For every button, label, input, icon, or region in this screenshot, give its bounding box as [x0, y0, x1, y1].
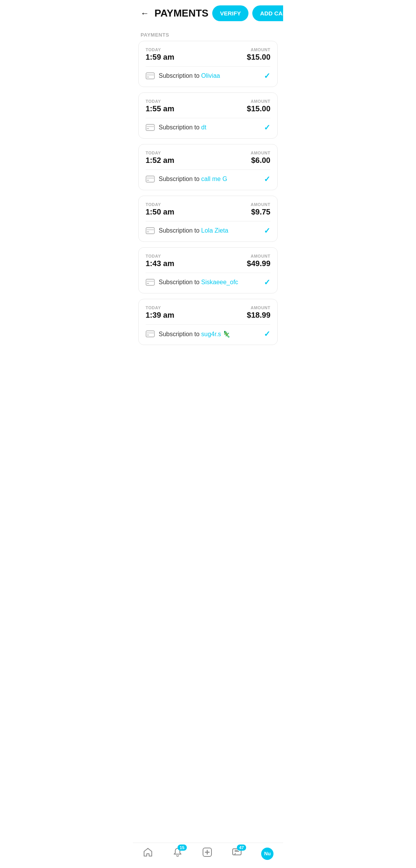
nav-home[interactable]	[143, 847, 153, 860]
payment-amount: $15.00	[247, 53, 270, 62]
credit-card-icon	[146, 176, 155, 183]
payment-amount: $6.00	[251, 156, 270, 165]
nav-add[interactable]	[202, 847, 213, 860]
amount-label: AMOUNT	[247, 254, 270, 258]
verified-check-icon: ✓	[264, 71, 270, 80]
notifications-badge: 15	[178, 845, 187, 851]
svg-rect-0	[146, 73, 154, 79]
payment-description: Subscription to dt	[146, 124, 206, 131]
payment-description: Subscription to call me G	[146, 176, 227, 183]
payment-time: 1:50 am	[146, 208, 174, 216]
credit-card-icon	[146, 227, 155, 234]
payment-time: 1:43 am	[146, 259, 174, 268]
payment-amount: $15.00	[247, 104, 270, 113]
payment-description: Subscription to Lola Zieta	[146, 227, 228, 234]
svg-rect-4	[146, 126, 154, 127]
payment-right: AMOUNT $9.75	[251, 202, 270, 216]
recipient-link[interactable]: dt	[201, 124, 206, 131]
amount-label: AMOUNT	[251, 151, 270, 155]
payment-bottom: Subscription to Lola Zieta ✓	[146, 226, 270, 235]
verified-check-icon: ✓	[264, 226, 270, 235]
amount-label: AMOUNT	[251, 202, 270, 207]
amount-label: AMOUNT	[247, 99, 270, 104]
recipient-link[interactable]: sug4r.s 🦎	[201, 331, 230, 337]
payment-card[interactable]: TODAY 1:39 am AMOUNT $18.99 Subscription…	[138, 299, 278, 345]
payment-bottom: Subscription to Oliviaa ✓	[146, 71, 270, 80]
payment-date-label: TODAY	[146, 47, 174, 52]
payment-description: Subscription to sug4r.s 🦎	[146, 330, 230, 338]
nav-messages[interactable]: 47	[231, 847, 242, 860]
payment-time: 1:59 am	[146, 53, 174, 62]
subscription-text: Subscription to sug4r.s 🦎	[159, 330, 230, 338]
payment-date-label: TODAY	[146, 151, 174, 155]
credit-card-icon	[146, 72, 155, 79]
payment-left: TODAY 1:55 am	[146, 99, 174, 113]
payment-time: 1:39 am	[146, 311, 174, 320]
recipient-link[interactable]: call me G	[201, 176, 227, 182]
recipient-link[interactable]: Siskaeee_ofc	[201, 279, 238, 285]
payment-left: TODAY 1:50 am	[146, 202, 174, 216]
amount-label: AMOUNT	[247, 47, 270, 52]
payment-date-label: TODAY	[146, 99, 174, 104]
svg-rect-2	[147, 77, 149, 77]
svg-rect-16	[146, 332, 154, 333]
svg-rect-11	[147, 231, 149, 232]
payment-card[interactable]: TODAY 1:55 am AMOUNT $15.00 Subscription…	[138, 92, 278, 139]
svg-rect-5	[147, 128, 149, 129]
credit-card-icon	[146, 124, 155, 131]
subscription-text: Subscription to call me G	[159, 176, 227, 183]
payment-bottom: Subscription to Siskaeee_ofc ✓	[146, 278, 270, 287]
divider	[146, 273, 270, 273]
payment-date-label: TODAY	[146, 254, 174, 258]
svg-rect-17	[147, 335, 149, 335]
credit-card-icon	[146, 330, 155, 337]
payment-bottom: Subscription to sug4r.s 🦎 ✓	[146, 329, 270, 338]
payment-right: AMOUNT $15.00	[247, 99, 270, 113]
svg-rect-1	[146, 74, 154, 75]
avatar: Nu	[261, 848, 273, 860]
payment-card[interactable]: TODAY 1:50 am AMOUNT $9.75 Subscription …	[138, 196, 278, 242]
svg-rect-14	[147, 283, 149, 284]
verify-button[interactable]: VERIFY	[212, 5, 248, 21]
amount-label: AMOUNT	[247, 305, 270, 310]
payment-card[interactable]: TODAY 1:59 am AMOUNT $15.00 Subscription…	[138, 41, 278, 87]
bottom-nav: 15 47 Nu	[133, 843, 283, 868]
payment-left: TODAY 1:52 am	[146, 151, 174, 165]
payment-amount: $49.99	[247, 259, 270, 268]
payment-date-label: TODAY	[146, 202, 174, 207]
add-card-button[interactable]: ADD CARD	[252, 5, 283, 21]
verified-check-icon: ✓	[264, 174, 270, 184]
verified-check-icon: ✓	[264, 329, 270, 338]
header: ← PAYMENTS VERIFY ADD CARD	[133, 0, 283, 27]
nav-profile[interactable]: Nu	[261, 848, 273, 860]
payment-right: AMOUNT $49.99	[247, 254, 270, 268]
svg-rect-9	[146, 228, 154, 234]
page-title: PAYMENTS	[154, 7, 208, 19]
payment-card[interactable]: TODAY 1:43 am AMOUNT $49.99 Subscription…	[138, 247, 278, 293]
verified-check-icon: ✓	[264, 278, 270, 287]
payment-amount: $18.99	[247, 311, 270, 320]
payment-top: TODAY 1:52 am AMOUNT $6.00	[146, 151, 270, 165]
payment-card[interactable]: TODAY 1:52 am AMOUNT $6.00 Subscription …	[138, 144, 278, 190]
divider	[146, 324, 270, 325]
nav-notifications[interactable]: 15	[172, 847, 183, 860]
svg-rect-10	[146, 229, 154, 230]
subscription-text: Subscription to Siskaeee_ofc	[159, 279, 238, 286]
svg-rect-13	[146, 281, 154, 282]
payment-top: TODAY 1:55 am AMOUNT $15.00	[146, 99, 270, 113]
payment-date-label: TODAY	[146, 305, 174, 310]
recipient-link[interactable]: Lola Zieta	[201, 227, 228, 234]
svg-rect-15	[146, 331, 154, 337]
svg-rect-8	[147, 180, 149, 181]
divider	[146, 118, 270, 118]
back-button[interactable]: ←	[139, 7, 151, 20]
payment-left: TODAY 1:39 am	[146, 305, 174, 320]
payment-description: Subscription to Siskaeee_ofc	[146, 279, 238, 286]
divider	[146, 169, 270, 170]
svg-rect-7	[146, 178, 154, 179]
payment-time: 1:55 am	[146, 104, 174, 113]
recipient-link[interactable]: Oliviaa	[201, 72, 220, 79]
payment-left: TODAY 1:43 am	[146, 254, 174, 268]
svg-rect-3	[146, 124, 154, 131]
payment-top: TODAY 1:39 am AMOUNT $18.99	[146, 305, 270, 320]
